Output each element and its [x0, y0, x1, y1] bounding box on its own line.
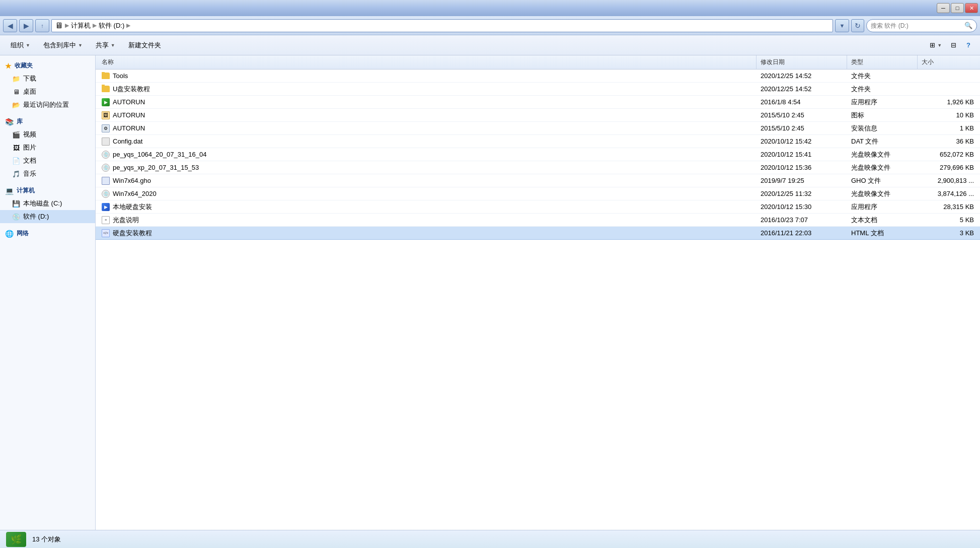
sidebar-item-drive-c[interactable]: 💾 本地磁盘 (C:) [0, 197, 95, 210]
file-size-cell: 3 KB [918, 229, 978, 237]
col-type-header[interactable]: 类型 [847, 55, 918, 69]
sidebar-network-section: 🌐 网络 [0, 227, 95, 240]
sidebar-network-header[interactable]: 🌐 网络 [0, 227, 95, 240]
sidebar-item-drive-d[interactable]: 💿 软件 (D:) [0, 210, 95, 223]
maximize-button[interactable]: □ [951, 3, 964, 13]
organize-button[interactable]: 组织 ▼ [5, 38, 36, 52]
file-row[interactable]: ≡ 光盘说明 2016/10/23 7:07 文本文档 5 KB [96, 214, 980, 227]
file-name-cell: 💿 pe_yqs_xp_20_07_31_15_53 [98, 164, 757, 172]
forward-button[interactable]: ▶ [19, 19, 33, 32]
video-icon: 🎬 [12, 130, 20, 139]
file-row[interactable]: ▶ 本地硬盘安装 2020/10/12 15:30 应用程序 28,315 KB [96, 200, 980, 214]
library-icon: 📚 [5, 118, 14, 126]
file-type-cell: 光盘映像文件 [847, 163, 918, 172]
help-button[interactable]: ? [962, 38, 975, 52]
include-library-button[interactable]: 包含到库中 ▼ [38, 38, 88, 52]
sidebar-drive-c-label: 本地磁盘 (C:) [23, 199, 62, 208]
sidebar-desktop-label: 桌面 [23, 87, 36, 96]
dropdown-button[interactable]: ▼ [835, 19, 849, 32]
file-row[interactable]: 💿 Win7x64_2020 2020/12/25 11:32 光盘映像文件 3… [96, 187, 980, 200]
include-library-label: 包含到库中 [43, 41, 76, 50]
file-row[interactable]: Tools 2020/12/25 14:52 文件夹 [96, 70, 980, 83]
close-button[interactable]: ✕ [965, 3, 978, 13]
file-size-cell: 1 KB [918, 124, 978, 132]
up-button[interactable]: ↑ [35, 19, 49, 32]
share-label: 共享 [96, 41, 109, 50]
sidebar-favorites-header[interactable]: ★ 收藏夹 [0, 59, 95, 72]
sidebar-library-header[interactable]: 📚 库 [0, 115, 95, 128]
file-name-cell: Tools [98, 72, 757, 80]
file-row[interactable]: ⚙ AUTORUN 2015/5/10 2:45 安装信息 1 KB [96, 122, 980, 135]
view-button[interactable]: ⊞ ▼ [926, 38, 945, 52]
status-bar: 🌿 13 个对象 [0, 530, 980, 548]
file-size-cell: 652,072 KB [918, 151, 978, 158]
sidebar-item-recent[interactable]: 📂 最近访问的位置 [0, 98, 95, 111]
file-type-cell: 文件夹 [847, 72, 918, 81]
new-folder-button[interactable]: 新建文件夹 [123, 38, 167, 52]
col-modified-header[interactable]: 修改日期 [757, 55, 847, 69]
refresh-button[interactable]: ↻ [851, 19, 864, 32]
file-name-cell: 🖼 AUTORUN [98, 111, 757, 119]
search-box[interactable]: 🔍 [866, 19, 977, 32]
change-view-button[interactable]: ⊟ [947, 38, 960, 52]
share-button[interactable]: 共享 ▼ [90, 38, 121, 52]
sidebar-drive-d-label: 软件 (D:) [23, 212, 49, 221]
file-row[interactable]: Win7x64.gho 2019/9/7 19:25 GHO 文件 2,900,… [96, 174, 980, 187]
back-button[interactable]: ◀ [3, 19, 17, 32]
file-modified-cell: 2016/1/8 4:54 [757, 98, 847, 106]
sidebar-recent-label: 最近访问的位置 [23, 100, 69, 109]
picture-icon: 🖼 [12, 144, 20, 152]
file-type-cell: DAT 文件 [847, 137, 918, 146]
file-modified-cell: 2020/10/12 15:42 [757, 138, 847, 145]
column-header: 名称 修改日期 类型 大小 [96, 55, 980, 70]
file-name-cell: Config.dat [98, 138, 757, 146]
minimize-button[interactable]: ─ [937, 3, 950, 13]
file-row[interactable]: 💿 pe_yqs_1064_20_07_31_16_04 2020/10/12 … [96, 148, 980, 161]
network-label: 网络 [17, 229, 29, 238]
file-name-cell: 💿 Win7x64_2020 [98, 190, 757, 198]
sidebar-item-music[interactable]: 🎵 音乐 [0, 167, 95, 180]
path-computer[interactable]: 计算机 [71, 21, 91, 30]
sidebar-music-label: 音乐 [23, 169, 36, 178]
sidebar-item-video[interactable]: 🎬 视频 [0, 128, 95, 141]
sidebar-computer-section: 💻 计算机 💾 本地磁盘 (C:) 💿 软件 (D:) [0, 184, 95, 223]
main-layout: ★ 收藏夹 📁 下载 🖥 桌面 📂 最近访问的位置 📚 库 [0, 55, 980, 530]
star-icon: ★ [5, 62, 12, 70]
document-icon: 📄 [12, 157, 20, 165]
file-size-cell: 279,696 KB [918, 164, 978, 171]
address-path[interactable]: 🖥 ▶ 计算机 ▶ 软件 (D:) ▶ [51, 19, 833, 32]
change-view-icon: ⊟ [951, 41, 956, 49]
sidebar-item-downloads[interactable]: 📁 下载 [0, 72, 95, 85]
sidebar-item-pictures[interactable]: 🖼 图片 [0, 141, 95, 154]
col-size-header[interactable]: 大小 [918, 55, 978, 69]
search-input[interactable] [871, 22, 962, 29]
sidebar-item-desktop[interactable]: 🖥 桌面 [0, 85, 95, 98]
status-count: 13 个对象 [32, 535, 61, 544]
sidebar-computer-header[interactable]: 💻 计算机 [0, 184, 95, 197]
file-modified-cell: 2015/5/10 2:45 [757, 111, 847, 119]
col-name-header[interactable]: 名称 [98, 55, 757, 69]
file-type-cell: GHO 文件 [847, 176, 918, 185]
library-label: 库 [17, 117, 23, 126]
file-row[interactable]: Config.dat 2020/10/12 15:42 DAT 文件 36 KB [96, 135, 980, 148]
file-modified-cell: 2020/10/12 15:30 [757, 203, 847, 211]
file-row[interactable]: 💿 pe_yqs_xp_20_07_31_15_53 2020/10/12 15… [96, 161, 980, 174]
file-row[interactable]: </> 硬盘安装教程 2016/11/21 22:03 HTML 文档 3 KB [96, 227, 980, 240]
organize-dropdown-arrow: ▼ [26, 43, 30, 48]
organize-label: 组织 [11, 41, 24, 50]
file-type-cell: HTML 文档 [847, 229, 918, 238]
file-row[interactable]: U盘安装教程 2020/12/25 14:52 文件夹 [96, 83, 980, 96]
sidebar-video-label: 视频 [23, 130, 36, 139]
sidebar-item-documents[interactable]: 📄 文档 [0, 154, 95, 167]
file-type-cell: 光盘映像文件 [847, 189, 918, 198]
file-size-cell: 3,874,126 ... [918, 190, 978, 197]
file-name-cell: Win7x64.gho [98, 177, 757, 185]
title-bar: ─ □ ✕ [0, 0, 980, 16]
drive-d-icon: 💿 [12, 213, 20, 221]
file-row[interactable]: ▶ AUTORUN 2016/1/8 4:54 应用程序 1,926 KB [96, 96, 980, 109]
file-type-cell: 文本文档 [847, 216, 918, 225]
file-row[interactable]: 🖼 AUTORUN 2015/5/10 2:45 图标 10 KB [96, 109, 980, 122]
sidebar-documents-label: 文档 [23, 156, 36, 165]
path-drive[interactable]: 软件 (D:) [99, 21, 124, 30]
favorites-label: 收藏夹 [15, 61, 33, 70]
